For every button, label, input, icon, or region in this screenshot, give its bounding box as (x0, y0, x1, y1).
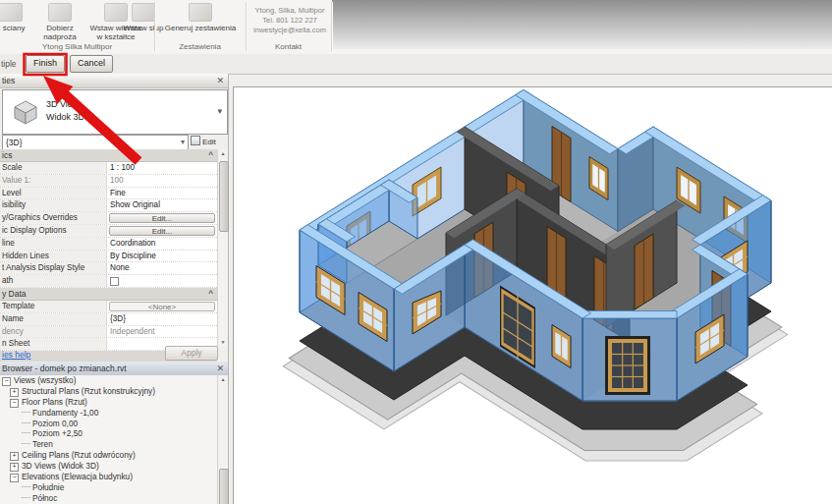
tree-guide (22, 443, 30, 444)
property-value[interactable]: Show Original (107, 199, 217, 211)
project-browser-titlebar[interactable]: Browser - domek po zmianach.rvt ✕ (0, 362, 228, 376)
tree-item-elevations[interactable]: −Elevations (Elewacja budynku) (0, 472, 217, 482)
collapse-icon[interactable]: ^ (208, 149, 213, 161)
tree-item-views[interactable]: −Views (wszystko) (0, 375, 217, 386)
edit-type-icon (191, 136, 200, 145)
edit-button[interactable]: Edit... (109, 213, 215, 223)
ribbon-button-label: Dobierz nadproża (32, 24, 87, 41)
collapse-box-icon[interactable]: − (10, 474, 19, 482)
view-template-button[interactable]: <None> (109, 302, 215, 311)
tree-guide (22, 486, 30, 487)
properties-scrollbar[interactable]: ▲ ▼ (217, 149, 228, 347)
type-selector[interactable]: 3D View Widok 3D ▾ (2, 89, 228, 135)
contact-email[interactable]: inwestycje@xella.com (248, 26, 332, 35)
ribbon-button-sciany[interactable]: z ściany (0, 1, 35, 32)
property-row: dencyIndependent (0, 326, 217, 339)
chevron-down-icon[interactable]: ▾ (217, 106, 222, 116)
property-label: Name (0, 313, 107, 325)
scroll-down-icon[interactable]: ▼ (218, 338, 228, 347)
tree-item-poziom-250[interactable]: Poziom +2,50 (0, 428, 217, 439)
tree-item-polnoc[interactable]: Północ (0, 493, 217, 504)
property-label: ath (0, 275, 107, 287)
tree-item-poziom-0[interactable]: Poziom 0,00 (0, 419, 217, 429)
property-label: y/Graphics Overrides (0, 212, 107, 224)
ribbon-button-nadproza[interactable]: Dobierz nadproża (32, 1, 87, 41)
browser-scrollbar[interactable]: ▲ (217, 375, 228, 504)
section-header-identity[interactable]: y Data ^ (0, 288, 217, 301)
section-title: y Data (2, 289, 27, 299)
contact-line: Tel. 801 122 227 (248, 16, 332, 26)
ribbon-group-zestawienia: Zestawienia (154, 42, 246, 51)
tree-guide (22, 432, 30, 433)
tree-item-label: Poziom 0,00 (32, 419, 78, 428)
3d-view-icon (11, 97, 40, 127)
properties-titlebar[interactable]: ties ✕ (0, 74, 228, 88)
scroll-up-icon[interactable]: ▲ (218, 375, 228, 384)
project-browser-panel: Browser - domek po zmianach.rvt ✕ −Views… (0, 362, 229, 504)
tree-item-label: Południe (32, 482, 64, 492)
tree-guide (22, 412, 30, 413)
project-browser-title: Browser - domek po zmianach.rvt (2, 364, 127, 373)
tree-item-3d-views[interactable]: +3D Views (Widok 3D) (0, 461, 217, 472)
tree-guide (22, 422, 30, 423)
tree-item-fundamenty[interactable]: Fundamenty -1,00 (0, 408, 217, 419)
properties-title: ties (2, 76, 15, 85)
ribbon-group-labels: Ytong Silka Multipor Zestawienia Kontakt (0, 42, 332, 53)
finish-button[interactable]: Finish (26, 55, 65, 73)
tree-item-teren[interactable]: Teren (0, 439, 217, 450)
property-value[interactable]: Coordination (107, 238, 217, 250)
ribbon-button-label: z ściany (0, 24, 35, 32)
apply-button[interactable]: Apply (165, 346, 218, 361)
property-value[interactable]: 1 : 100 (107, 162, 217, 174)
edit-type-button[interactable]: Edit Type (191, 135, 228, 150)
type-selector-line2: Widok 3D (46, 111, 84, 124)
ribbon-button-zestawienia[interactable]: Generuj zestawienia (159, 1, 242, 32)
collapse-icon[interactable]: ^ (208, 288, 213, 300)
tree-item-floor-plans[interactable]: −Floor Plans (Rzut) (0, 397, 217, 408)
edit-button[interactable]: Edit... (109, 226, 215, 236)
tree-item-ceiling-plans[interactable]: +Ceiling Plans (Rzut odwrócony) (0, 450, 217, 461)
tree-item-label: Elevations (Elewacja budynku) (22, 472, 133, 481)
wall-tool-icon (0, 3, 23, 22)
section-header-graphics[interactable]: ics ^ (0, 149, 217, 162)
property-value[interactable]: Fine (107, 188, 217, 199)
collapse-box-icon[interactable]: − (10, 399, 19, 408)
tree-item-label: Ceiling Plans (Rzut odwrócony) (22, 450, 136, 460)
expand-box-icon[interactable]: + (10, 452, 19, 461)
expand-box-icon[interactable]: + (10, 463, 19, 472)
view-combobox-value: {3D} (6, 138, 23, 147)
property-row: Value 1:100 (0, 175, 217, 188)
property-row: isibilityShow Original (0, 199, 217, 212)
property-value[interactable]: By Discipline (107, 251, 217, 262)
close-icon[interactable]: ✕ (216, 362, 224, 375)
property-row: t Analysis Display StyleNone (0, 262, 217, 275)
properties-help-link[interactable]: ies help (2, 350, 30, 360)
house-3d-model[interactable] (228, 74, 832, 504)
property-value[interactable]: None (107, 262, 217, 274)
property-row: ath (0, 275, 217, 288)
property-label: isibility (0, 199, 107, 211)
property-row: LevelFine (0, 188, 217, 200)
property-label: ic Display Options (0, 225, 107, 237)
property-label: Scale (0, 162, 107, 174)
collapse-box-icon[interactable]: − (2, 377, 11, 386)
scroll-up-icon[interactable]: ▲ (218, 149, 228, 158)
cancel-button[interactable]: Cancel (70, 55, 113, 73)
chevron-down-icon: ▾ (181, 136, 185, 149)
door[interactable] (635, 234, 653, 309)
property-row: Template<None> (0, 301, 217, 313)
tree-item-poludnie[interactable]: Południe (0, 482, 217, 493)
property-label: n Sheet (0, 338, 107, 350)
property-row: ic Display OptionsEdit... (0, 225, 217, 238)
property-value[interactable]: {3D} (107, 313, 217, 325)
tree-item-structural-plans[interactable]: +Structural Plans (Rzut konstrukcyjny) (0, 386, 217, 397)
view-combobox[interactable]: {3D} ▾ (2, 135, 189, 150)
tree-item-label: Poziom +2,50 (32, 428, 83, 438)
sun-path-checkbox[interactable] (110, 277, 119, 286)
options-bar: tiple Finish Cancel (0, 54, 832, 75)
expand-box-icon[interactable]: + (10, 388, 19, 397)
close-icon[interactable]: ✕ (216, 74, 224, 87)
window-tall[interactable] (605, 336, 650, 395)
3d-viewport[interactable] (229, 75, 832, 504)
tree-item-label: Structural Plans (Rzut konstrukcyjny) (22, 386, 155, 396)
